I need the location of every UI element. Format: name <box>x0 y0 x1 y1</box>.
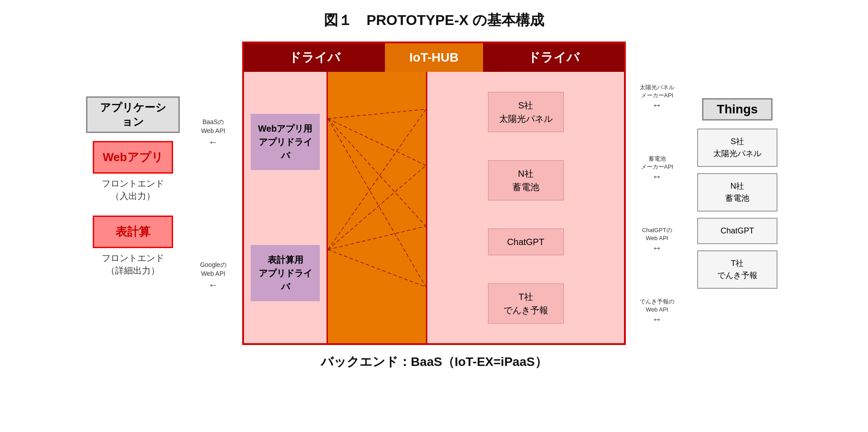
svg-line-2 <box>328 119 426 226</box>
app-column-header: アプリケーション <box>86 96 180 133</box>
things-header: Things <box>702 98 773 120</box>
driver-webapp: Webアプリ用アプリドライバ <box>251 114 320 170</box>
webapp-sublabel: フロントエンド（入出力） <box>102 177 164 202</box>
spreadsheet-sublabel: フロントエンド（詳細出力） <box>102 252 164 277</box>
thing-battery: N社蓄電池 <box>697 173 777 212</box>
spreadsheet-box: 表計算 <box>93 216 173 248</box>
header-driver-left: ドライバ <box>244 43 385 72</box>
right-arrow-column: 太陽光パネルメーカーAPI ↔ 蓄電池メーカーAPI ↔ ChatGPTのWeb… <box>626 62 688 347</box>
thing-chatgpt: ChatGPT <box>697 218 777 244</box>
device-battery: N社蓄電池 <box>488 160 564 200</box>
things-column: Things S社太陽光パネル N社蓄電池 ChatGPT T社でんき予報 <box>693 98 782 289</box>
thing-solar: S社太陽光パネル <box>697 129 777 167</box>
spreadsheet-arrow: GoogleのWeb API ← <box>200 261 226 291</box>
right-arrow-solar: 太陽光パネルメーカーAPI ↔ <box>640 83 674 111</box>
svg-line-4 <box>328 109 426 249</box>
application-column: アプリケーション Webアプリ フロントエンド（入出力） 表計算 フロントエンド… <box>86 96 180 290</box>
driver-left-col: Webアプリ用アプリドライバ 表計算用アプリドライバ <box>244 72 327 343</box>
svg-line-7 <box>328 249 426 287</box>
right-arrow-chatgpt: ChatGPTのWeb API ↔ <box>642 226 672 254</box>
footer-label: バックエンド：BaaS（IoT-EX=iPaaS） <box>0 353 868 370</box>
svg-line-1 <box>328 119 426 166</box>
right-arrow-denki: でんき予報のWeb API ↔ <box>640 298 674 325</box>
driver-right-col: S社太陽光パネル N社蓄電池 ChatGPT T社でんき予報 <box>427 72 624 343</box>
things-list: S社太陽光パネル N社蓄電池 ChatGPT T社でんき予報 <box>697 129 777 289</box>
webapp-arrow: BaaSのWeb API ← <box>201 118 225 148</box>
left-arrow-column: BaaSのWeb API ← GoogleのWeb API ← <box>184 62 242 347</box>
svg-line-5 <box>328 166 426 250</box>
device-chatgpt: ChatGPT <box>488 228 564 255</box>
webapp-box: Webアプリ <box>93 141 173 174</box>
header-hub: IoT-HUB <box>385 43 483 72</box>
right-arrow-battery: 蓄電池メーカーAPI ↔ <box>641 155 674 183</box>
svg-line-3 <box>328 119 426 287</box>
svg-line-0 <box>328 109 426 119</box>
iot-hub-col <box>328 72 426 343</box>
device-denki: T社でんき予報 <box>488 283 564 324</box>
device-solar: S社太陽光パネル <box>488 92 564 132</box>
thing-denki: T社でんき予報 <box>697 250 777 289</box>
svg-line-6 <box>328 226 426 249</box>
hub-lines-svg <box>328 72 426 343</box>
main-block-header: ドライバ IoT-HUB ドライバ <box>244 43 624 72</box>
main-block-body: Webアプリ用アプリドライバ 表計算用アプリドライバ <box>244 72 624 343</box>
driver-spreadsheet: 表計算用アプリドライバ <box>251 245 320 301</box>
main-block: ドライバ IoT-HUB ドライバ Webアプリ用アプリドライバ 表計算用アプリ… <box>242 42 626 345</box>
page-title: 図１ PROTOTYPE-X の基本構成 <box>0 0 868 39</box>
header-driver-right: ドライバ <box>483 43 624 72</box>
